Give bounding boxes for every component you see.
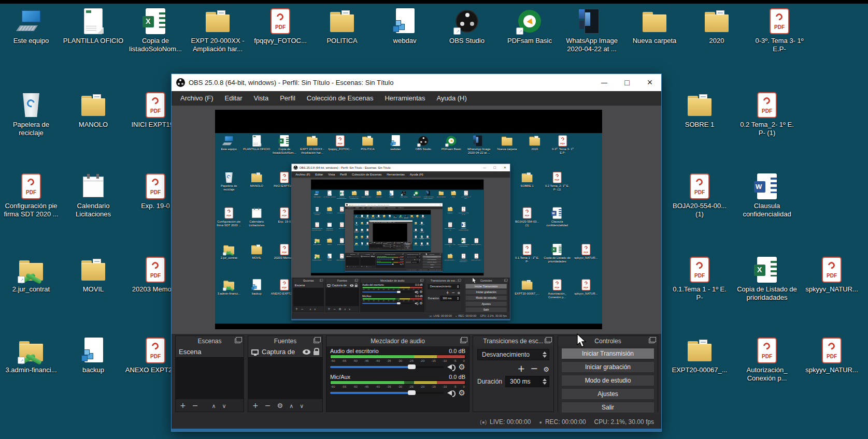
desktop-icon[interactable]: Nueva carpeta <box>624 7 685 45</box>
speaker-icon[interactable] <box>447 390 455 396</box>
desktop-icon[interactable]: OBS Studio <box>436 7 497 45</box>
source-properties-icon[interactable] <box>277 401 283 409</box>
controls-header[interactable]: Controles <box>558 336 658 346</box>
desktop-icon[interactable]: 0.1.Tema 1 - 1º E. P- <box>514 243 541 264</box>
desktop-icon[interactable]: OBS Studio <box>392 215 397 218</box>
scene-down-icon[interactable] <box>374 248 374 248</box>
desktop-icon[interactable]: EXPT20-00067_... <box>514 279 541 295</box>
mixer-gear-icon[interactable] <box>420 290 423 294</box>
remove-source-icon[interactable] <box>265 401 271 409</box>
transitions-header[interactable]: Transiciones de esc... <box>426 279 462 283</box>
mixer-header[interactable]: Mezclador de audio <box>383 242 395 243</box>
desktop-icon[interactable]: EXPT 20-000XX - Ampliación har... <box>348 191 360 199</box>
desktop-icon[interactable]: EXPT20-00067_... <box>444 254 456 261</box>
desktop-icon[interactable]: 2.jur_contrat <box>311 238 323 245</box>
desktop-icon[interactable]: Clausula confidencialidad <box>736 172 798 218</box>
desktop-icon[interactable]: Copia de Listado de prioridadades <box>419 236 424 239</box>
sources-header[interactable]: Fuentes <box>326 279 359 283</box>
desktop-icon[interactable]: OBS Studio <box>398 191 410 198</box>
maximize-button[interactable] <box>616 74 638 91</box>
menu-item[interactable]: Editar <box>219 91 248 106</box>
source-properties-icon[interactable] <box>338 307 341 311</box>
desktop-icon[interactable]: Este equipo <box>354 215 359 218</box>
control-button[interactable]: Iniciar grabación <box>561 361 654 373</box>
desktop-icon[interactable]: BOJA20-554-00... (1) <box>514 207 541 227</box>
desktop-icon[interactable]: 2.jur_contrat <box>215 243 243 260</box>
desktop-icon[interactable]: PDFsam Basic <box>499 7 560 45</box>
desktop-icon[interactable]: spkyyv_NATUR... <box>801 256 862 294</box>
add-source-icon[interactable] <box>252 401 259 409</box>
desktop-icon[interactable]: EXPT20-00067_... <box>413 242 418 245</box>
desktop-icon[interactable]: EXPT 20-000XX - Ampliación har... <box>298 135 326 155</box>
desktop-icon[interactable]: Copia de listadoSoloNom... <box>125 7 186 53</box>
desktop-icon[interactable]: Este equipo <box>1 7 62 45</box>
control-button[interactable]: Ajustes <box>561 388 654 400</box>
mixer-header[interactable]: Mezclador de audio <box>376 253 404 255</box>
desktop-icon[interactable]: Este equipo <box>215 135 243 151</box>
speaker-icon[interactable] <box>415 302 418 304</box>
duration-input[interactable]: 300 ms <box>440 296 460 301</box>
dock-float-icon[interactable] <box>460 339 466 343</box>
scene-down-icon[interactable] <box>314 307 316 311</box>
desktop-icon[interactable]: 0-3º. Tema 3- 1º E.P- <box>749 7 810 53</box>
control-button[interactable]: Iniciar Transmisión <box>465 284 507 289</box>
scenes-header[interactable]: Escenas <box>346 253 360 255</box>
menu-item[interactable]: Archivo (F) <box>293 171 312 178</box>
speaker-icon[interactable] <box>415 291 418 294</box>
desktop-icon[interactable]: PLANTILLA OFICIO <box>323 191 335 198</box>
preview-canvas[interactable]: Este equipoPLANTILLA OFICIOCopia de list… <box>311 180 483 276</box>
maximize-button[interactable] <box>490 164 500 171</box>
scene-list-item[interactable]: Escena <box>293 283 323 288</box>
desktop-icon[interactable]: OBS Studio <box>410 135 437 151</box>
control-button[interactable]: Salir <box>465 308 507 313</box>
transition-select[interactable]: Desvanecimiento <box>428 284 460 289</box>
preview-canvas[interactable]: Este equipoPLANTILLA OFICIOCopia de list… <box>354 210 431 252</box>
mixer-gear-icon[interactable] <box>459 388 465 398</box>
remove-transition-icon[interactable] <box>451 290 455 295</box>
select-spinner-icon[interactable] <box>419 256 420 257</box>
desktop-icon[interactable]: webdav <box>387 215 392 218</box>
duration-spinner-icon[interactable] <box>543 378 547 385</box>
menu-item[interactable]: Ayuda (H) <box>431 91 473 106</box>
desktop-icon[interactable]: 2020 <box>415 215 420 218</box>
desktop-icon[interactable]: Calendario Licitaciones <box>359 229 364 232</box>
desktop-icon[interactable]: 0-3º. Tema 3- 1º E.P- <box>420 215 425 218</box>
desktop-icon[interactable]: Autorización_ Conexión p... <box>419 242 424 246</box>
volume-slider-handle[interactable] <box>390 245 390 245</box>
add-source-icon[interactable] <box>376 248 377 248</box>
desktop-icon[interactable]: Copia de listadoSoloNom... <box>365 215 370 218</box>
desktop-icon[interactable]: PDFsam Basic <box>437 135 465 151</box>
remove-source-icon[interactable] <box>333 307 336 311</box>
desktop-icon[interactable]: webdav <box>386 191 397 198</box>
control-button[interactable]: Iniciar Transmisión <box>423 256 442 258</box>
desktop-icon[interactable]: Papelera de reciclaje <box>1 91 62 137</box>
minimize-button[interactable] <box>593 74 616 91</box>
desktop-icon[interactable]: 2.jur_contrat <box>354 236 359 239</box>
dock-float-icon[interactable] <box>545 339 550 343</box>
add-scene-icon[interactable] <box>180 401 186 409</box>
remove-scene-icon[interactable] <box>192 401 198 409</box>
obs-titlebar[interactable]: OBS 25.0.8 (64-bit, windows) - Perfil: S… <box>172 74 661 91</box>
visibility-eye-icon[interactable] <box>371 256 373 257</box>
menu-item[interactable]: Ayuda (H) <box>407 171 426 178</box>
desktop-icon[interactable]: SOBRE 1 <box>444 207 456 214</box>
source-up-icon[interactable] <box>368 266 369 267</box>
desktop-icon[interactable]: MANOLO <box>359 222 364 225</box>
desktop-icon[interactable]: POLITICA <box>381 215 387 218</box>
volume-slider-handle[interactable] <box>408 364 416 369</box>
desktop-icon[interactable]: 0.1.Tema 1 - 1º E. P- <box>413 236 418 239</box>
menu-item[interactable]: Herramientas <box>379 91 431 106</box>
desktop-icon[interactable]: 3.admin-financi... <box>311 254 323 261</box>
desktop-icon[interactable]: 2020 <box>521 135 549 151</box>
dock-float-icon[interactable] <box>411 243 412 243</box>
desktop-icon[interactable]: Calendario Licitaciones <box>243 207 271 227</box>
source-down-icon[interactable] <box>371 266 372 267</box>
scene-list-item[interactable]: Escena <box>176 346 244 358</box>
remove-source-icon[interactable] <box>377 248 378 248</box>
desktop-icon[interactable]: Copia de listadoSoloNom... <box>336 191 348 199</box>
source-list-item[interactable]: Captura de <box>360 255 375 257</box>
desktop-icon[interactable]: 0.1.Tema 1 - 1º E. P- <box>444 238 456 247</box>
volume-slider[interactable] <box>377 259 399 259</box>
menu-item[interactable]: Colección de Escenas <box>349 171 384 178</box>
scene-down-icon[interactable] <box>222 401 226 409</box>
